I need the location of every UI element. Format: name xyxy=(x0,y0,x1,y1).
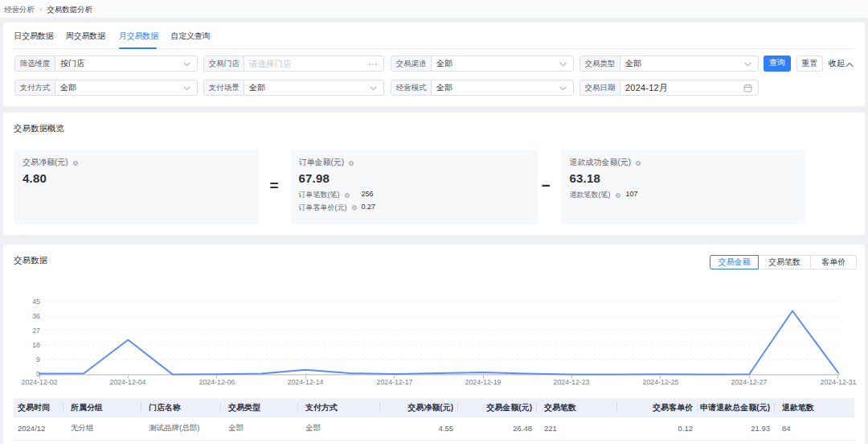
svg-text:2024-12-04: 2024-12-04 xyxy=(110,378,146,386)
svg-text:2024-12-02: 2024-12-02 xyxy=(22,378,58,386)
svg-text:27: 27 xyxy=(32,327,40,335)
svg-text:9: 9 xyxy=(36,356,40,364)
svg-text:2024-12-06: 2024-12-06 xyxy=(199,378,235,386)
svg-text:2024-12-27: 2024-12-27 xyxy=(731,378,768,386)
svg-text:36: 36 xyxy=(32,312,40,320)
svg-text:2024-12-31: 2024-12-31 xyxy=(821,378,857,386)
svg-text:2024-12-23: 2024-12-23 xyxy=(554,378,590,386)
svg-text:0: 0 xyxy=(36,370,40,378)
svg-text:2024-12-19: 2024-12-19 xyxy=(465,378,502,386)
svg-text:18: 18 xyxy=(32,341,40,349)
svg-text:2024-12-25: 2024-12-25 xyxy=(643,378,679,386)
svg-text:45: 45 xyxy=(32,298,40,306)
svg-text:2024-12-14: 2024-12-14 xyxy=(288,378,324,386)
svg-text:2024-12-17: 2024-12-17 xyxy=(377,378,413,386)
